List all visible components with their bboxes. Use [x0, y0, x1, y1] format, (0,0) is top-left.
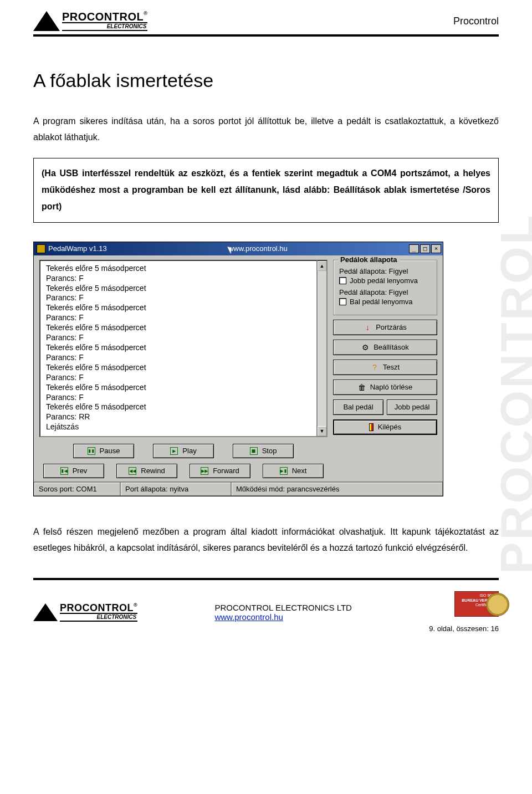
left-pedal-button[interactable]: Bal pedál — [333, 399, 383, 415]
registered-icon: ® — [144, 11, 147, 16]
certification-badge: ISO 9001 BUREAU VERITAS Certification — [454, 591, 499, 617]
pedal-group-title: Pedálok állapota — [338, 255, 400, 264]
app-icon — [37, 244, 45, 253]
port-close-label: Portzárás — [376, 323, 407, 331]
port-close-button[interactable]: ↓ Portzárás — [333, 320, 437, 335]
page-footer: PROCONTROL® ELECTRONICS PROCONTROL ELECT… — [33, 578, 499, 633]
log-line: Parancs: RR — [46, 412, 311, 422]
next-button[interactable]: ▶▮ Next — [263, 464, 324, 478]
scroll-down-button[interactable]: ▼ — [318, 426, 326, 436]
titlebar-url: www.procontrol.hu — [228, 244, 288, 253]
settings-button[interactable]: ⚙ Beállítások — [333, 340, 437, 355]
registered-icon: ® — [134, 602, 137, 608]
log-line: Tekerés előre 5 másodpercet — [46, 383, 311, 393]
page-title: A főablak ismertetése — [33, 70, 499, 91]
clear-log-label: Napló törlése — [370, 383, 413, 391]
status-bar: Soros port: COM1 Port állapota: nyitva M… — [34, 481, 443, 496]
logo-triangle-icon — [33, 603, 58, 621]
play-icon: ▶ — [170, 447, 178, 455]
exit-label: Kilépés — [378, 423, 402, 431]
right-pedal-label: Jobb pedál — [395, 403, 430, 411]
pause-label: Pause — [100, 447, 120, 455]
log-line: Tekerés előre 5 másodpercet — [46, 303, 311, 313]
scroll-track[interactable] — [318, 271, 326, 426]
play-button[interactable]: ▶ Play — [153, 444, 214, 458]
log-line: Parancs: F — [46, 293, 311, 303]
footer-company: PROCONTROL ELECTRONICS LTD — [214, 603, 352, 612]
media-controls: ▮▮ Pause ▶ Play ■ Stop — [39, 443, 328, 478]
exit-button[interactable]: Kilépés — [333, 419, 437, 435]
forward-icon: ▶▶ — [201, 467, 208, 475]
maximize-button[interactable]: □ — [420, 244, 430, 253]
clear-log-button[interactable]: 🗑 Napló törlése — [333, 380, 437, 395]
badge-line3: Certification — [457, 603, 496, 607]
footer-brand: PROCONTROL — [60, 602, 134, 613]
close-button[interactable]: × — [431, 244, 441, 253]
right-pedal-state: Pedál állapota: Figyel — [339, 267, 431, 275]
status-mode: Működési mód: parancsvezérlés — [231, 482, 443, 496]
scroll-up-button[interactable]: ▲ — [318, 261, 326, 271]
gear-icon: ⚙ — [361, 343, 369, 352]
pause-icon: ▮▮ — [88, 447, 95, 455]
logo-subtitle: ELECTRONICS — [62, 22, 147, 31]
footer-url[interactable]: www.procontrol.hu — [214, 612, 283, 622]
log-listbox[interactable]: Tekerés előre 5 másodpercet Parancs: F T… — [39, 260, 318, 437]
log-line: Parancs: F — [46, 393, 311, 403]
forward-button[interactable]: ▶▶ Forward — [190, 464, 250, 478]
play-label: Play — [182, 447, 196, 455]
closing-paragraph: A felső részen megjelenő mezőben a progr… — [33, 524, 499, 556]
stop-icon: ■ — [250, 447, 258, 455]
window-title: PedalWamp v1.13 — [48, 244, 107, 253]
log-line: Tekerés előre 5 másodpercet — [46, 284, 311, 294]
left-pedal-checkbox[interactable]: Bal pedál lenyomva — [339, 298, 431, 306]
log-line: Tekerés előre 5 másodpercet — [46, 343, 311, 353]
app-window: PedalWamp v1.13 www.procontrol.hu _ □ × … — [33, 242, 443, 496]
intro-paragraph: A program sikeres indítása után, ha a so… — [33, 114, 499, 146]
arrow-down-icon: ↓ — [364, 323, 371, 332]
right-pedal-checkbox[interactable]: Jobb pedál lenyomva — [339, 276, 431, 285]
log-line: Parancs: F — [46, 353, 311, 363]
right-pedal-chk-label: Jobb pedál lenyomva — [350, 276, 418, 285]
checkbox-icon[interactable] — [339, 298, 346, 305]
test-label: Teszt — [383, 363, 400, 371]
right-pedal-button[interactable]: Jobb pedál — [387, 399, 437, 415]
status-port-state: Port állapota: nyitva — [120, 482, 231, 496]
trash-icon: 🗑 — [358, 383, 366, 392]
note-box: (Ha USB interfésszel rendeltük az eszköz… — [33, 158, 499, 223]
log-line: Parancs: F — [46, 373, 311, 383]
log-line: Tekerés előre 5 másodpercet — [46, 363, 311, 373]
stop-button[interactable]: ■ Stop — [233, 444, 294, 458]
prev-icon: ▮◀ — [60, 467, 68, 475]
next-icon: ▶▮ — [280, 467, 288, 475]
status-port: Soros port: COM1 — [34, 482, 120, 496]
pedal-status-group: Pedálok állapota Pedál állapota: Figyel … — [333, 260, 437, 315]
forward-label: Forward — [213, 467, 239, 475]
header-rule — [33, 34, 499, 37]
footer-logo: PROCONTROL® ELECTRONICS — [33, 603, 137, 622]
titlebar[interactable]: PedalWamp v1.13 www.procontrol.hu _ □ × — [34, 242, 443, 255]
page-number: 9. oldal, összesen: 16 — [429, 624, 499, 633]
badge-line1: ISO 9001 — [457, 593, 496, 598]
pause-button[interactable]: ▮▮ Pause — [73, 444, 134, 458]
badge-line2: BUREAU VERITAS — [457, 598, 496, 603]
log-line: Tekerés előre 5 másodpercet — [46, 323, 311, 333]
test-button[interactable]: ? Teszt — [333, 360, 437, 375]
minimize-button[interactable]: _ — [409, 244, 419, 253]
next-label: Next — [292, 467, 307, 475]
logo-brand: PROCONTROL — [62, 11, 144, 23]
checkbox-icon[interactable] — [339, 277, 346, 284]
stop-label: Stop — [262, 447, 277, 455]
footer-subtitle: ELECTRONICS — [60, 613, 137, 622]
log-line: Parancs: F — [46, 274, 311, 284]
page-header: PROCONTROL® ELECTRONICS Procontrol — [33, 11, 499, 31]
log-line: Tekerés előre 5 másodpercet — [46, 264, 311, 274]
scrollbar[interactable]: ▲ ▼ — [318, 260, 328, 437]
logo-triangle-icon — [33, 11, 60, 31]
prev-button[interactable]: ▮◀ Prev — [43, 464, 104, 478]
rewind-label: Rewind — [141, 467, 165, 475]
left-pedal-label: Bal pedál — [343, 403, 373, 411]
log-area: Tekerés előre 5 másodpercet Parancs: F T… — [39, 260, 328, 437]
rewind-button[interactable]: ◀◀ Rewind — [116, 464, 177, 478]
prev-label: Prev — [73, 467, 88, 475]
exit-icon — [369, 423, 374, 431]
